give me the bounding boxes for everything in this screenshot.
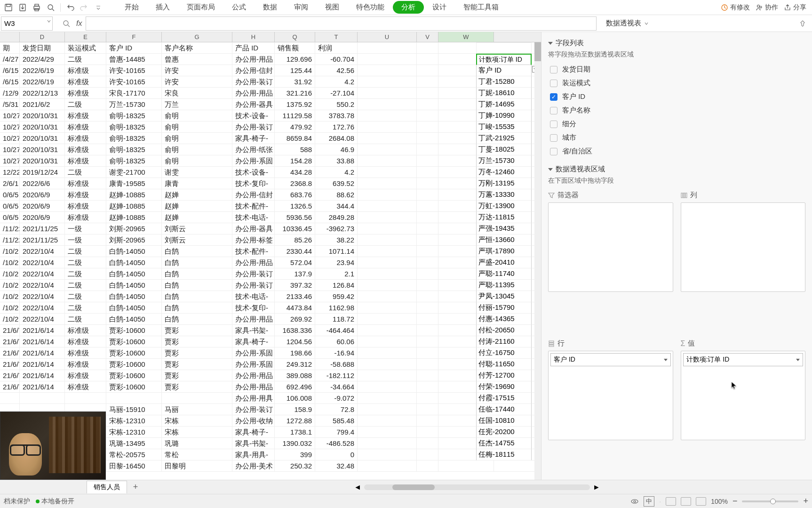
pivot-data-cell[interactable]: 严聪-11740 <box>476 268 532 280</box>
table-row[interactable]: 21/6/72021/6/14标准级贾彩-10600贾彩办公用-系固249.31… <box>0 359 541 370</box>
cell[interactable] <box>417 280 438 290</box>
header-cell[interactable]: 装运模式 <box>65 42 106 53</box>
cell[interactable]: 2022/6/19 <box>20 65 65 76</box>
pivot-result-column[interactable]: 计数项:订单 ID客户 ID丁君-15280丁妮-18610丁娇-14695丁婵… <box>476 42 532 460</box>
cell[interactable]: 172.76 <box>315 121 358 132</box>
cell[interactable]: 贾彩 <box>162 325 232 336</box>
cell[interactable] <box>417 178 438 189</box>
cell[interactable]: 125.44 <box>275 65 315 76</box>
cell[interactable]: 3783.78 <box>315 110 358 121</box>
cell[interactable]: 2368.8 <box>275 178 315 189</box>
pivot-data-cell[interactable]: 严盛-20410 <box>476 257 532 268</box>
col-header[interactable]: W <box>438 32 494 42</box>
formula-input[interactable] <box>86 16 597 31</box>
pivot-data-cell[interactable]: 付芳-12700 <box>476 370 532 381</box>
cell[interactable]: -16.94 <box>315 347 358 358</box>
pivot-data-cell[interactable]: 任国-10810 <box>476 415 532 427</box>
horizontal-scrollbar[interactable]: ◄ ► <box>144 483 810 492</box>
cell[interactable] <box>417 201 438 211</box>
cell[interactable]: 巩璐-13495 <box>106 438 162 449</box>
cell[interactable] <box>417 121 438 132</box>
cell[interactable]: 贾彩-10600 <box>106 325 162 336</box>
table-row[interactable]: /10/22022/10/4二级白鹄-14050白鹄办公用-装订137.92.1 <box>0 268 541 280</box>
pivot-data-cell[interactable]: 严琪-17890 <box>476 246 532 257</box>
cell[interactable]: 一级 <box>65 234 106 245</box>
pivot-data-cell[interactable]: 万达-11815 <box>476 212 532 223</box>
cell[interactable] <box>358 427 417 437</box>
chevron-down-icon[interactable] <box>796 359 800 361</box>
cell[interactable] <box>358 393 417 403</box>
vertical-scrollbar[interactable] <box>534 42 541 480</box>
cell[interactable] <box>358 246 417 257</box>
header-cell[interactable]: 期 <box>0 42 20 53</box>
pivot-data-cell[interactable]: 付聪-11650 <box>476 359 532 370</box>
collab-button[interactable]: 协作 <box>756 3 778 12</box>
cell[interactable]: -27.104 <box>315 88 358 98</box>
pivot-data-cell[interactable]: 尹凤-13045 <box>476 291 532 302</box>
cell[interactable]: /10/2 <box>0 257 20 268</box>
cell[interactable]: 21/6/7 <box>0 359 20 370</box>
cell[interactable] <box>417 370 438 381</box>
cell[interactable]: 158.9 <box>275 404 315 415</box>
cell[interactable] <box>358 268 417 279</box>
col-header[interactable]: H <box>232 32 275 42</box>
row-chip-customer-id[interactable]: 客户 ID <box>550 353 671 366</box>
cell[interactable] <box>417 99 438 110</box>
cell[interactable]: 249.312 <box>275 359 315 370</box>
pivot-data-cell[interactable]: 任杰-14755 <box>476 438 532 449</box>
ribbon-tab-3[interactable]: 公式 <box>223 0 255 15</box>
cell[interactable]: 118.72 <box>315 314 358 324</box>
cell[interactable]: 办公用-用具 <box>232 393 275 403</box>
field-item[interactable]: 装运模式 <box>548 76 805 90</box>
field-list-header[interactable]: 字段列表 <box>548 39 805 48</box>
cell[interactable]: 2020/10/31 <box>20 121 65 132</box>
cell[interactable]: /10/2 <box>0 291 20 302</box>
cell[interactable]: 2022/10/4 <box>20 268 65 279</box>
cell[interactable]: 2021/6/14 <box>20 359 65 370</box>
field-item[interactable]: 发货日期 <box>548 63 805 76</box>
cell[interactable]: 126.84 <box>315 280 358 290</box>
cell[interactable] <box>417 54 438 65</box>
cell[interactable]: 标准级 <box>65 121 106 132</box>
header-cell[interactable] <box>358 42 417 53</box>
pivot-data-cell[interactable]: 丁婵-10990 <box>476 110 532 121</box>
pivot-data-cell[interactable]: 丁蔓-18025 <box>476 144 532 155</box>
cell[interactable]: 家具-椅子- <box>232 133 275 144</box>
cell[interactable]: 办公用-用品 <box>232 314 275 324</box>
cell[interactable] <box>358 257 417 268</box>
field-item[interactable]: 省/自治区 <box>548 145 805 158</box>
cell[interactable]: 刘斯-20965 <box>106 223 162 234</box>
cell[interactable]: 贾彩 <box>162 370 232 381</box>
cell[interactable] <box>417 133 438 144</box>
cell[interactable]: -9.072 <box>315 393 358 403</box>
cell[interactable]: 88.62 <box>315 189 358 200</box>
table-row[interactable]: 21/6/72021/6/14标准级贾彩-10600贾彩办公用-用品389.08… <box>0 370 541 381</box>
cell[interactable]: 550.2 <box>315 99 358 110</box>
cell[interactable] <box>358 280 417 290</box>
cell[interactable]: 谢雯-21700 <box>106 167 162 177</box>
cell[interactable]: 1272.88 <box>275 415 315 426</box>
cell[interactable]: 2022/10/4 <box>20 280 65 290</box>
cell[interactable]: 21/6/7 <box>0 336 20 347</box>
cell[interactable]: /10/2 <box>0 280 20 290</box>
chevron-down-icon[interactable] <box>47 19 51 24</box>
cell[interactable]: 137.9 <box>275 268 315 279</box>
table-row[interactable]: /10/22022/10/4二级白鹄-14050白鹄办公用-装订397.3212… <box>0 280 541 291</box>
cell[interactable]: 10/27 <box>0 110 20 121</box>
cell[interactable]: 俞明 <box>162 110 232 121</box>
name-box[interactable]: W3 <box>1 16 53 31</box>
pivot-data-cell[interactable]: 严强-19435 <box>476 223 532 234</box>
cell[interactable]: 康青-19585 <box>106 178 162 189</box>
table-row[interactable]: 10/272020/10/31标准级俞明-18325俞明家具-椅子-8659.8… <box>0 133 541 144</box>
pivot-data-cell[interactable]: 丁武-21925 <box>476 133 532 144</box>
cell[interactable]: 标准级 <box>65 178 106 189</box>
cell[interactable]: 10336.45 <box>275 223 315 234</box>
table-row[interactable]: 10/272020/10/31标准级俞明-18325俞明办公用-纸张58846.… <box>0 144 541 155</box>
cell[interactable]: 二级 <box>65 314 106 324</box>
table-row[interactable]: /12/92022/12/13标准级宋良-17170宋良办公用-用品321.21… <box>0 88 541 99</box>
cell[interactable]: -464.464 <box>315 325 358 336</box>
table-row[interactable]: 办公用-用具106.008-9.072 <box>0 393 541 404</box>
cell[interactable]: 106.008 <box>275 393 315 403</box>
cell[interactable]: 二级 <box>65 167 106 177</box>
pivot-data-cell[interactable]: 万冬-12460 <box>476 167 532 178</box>
